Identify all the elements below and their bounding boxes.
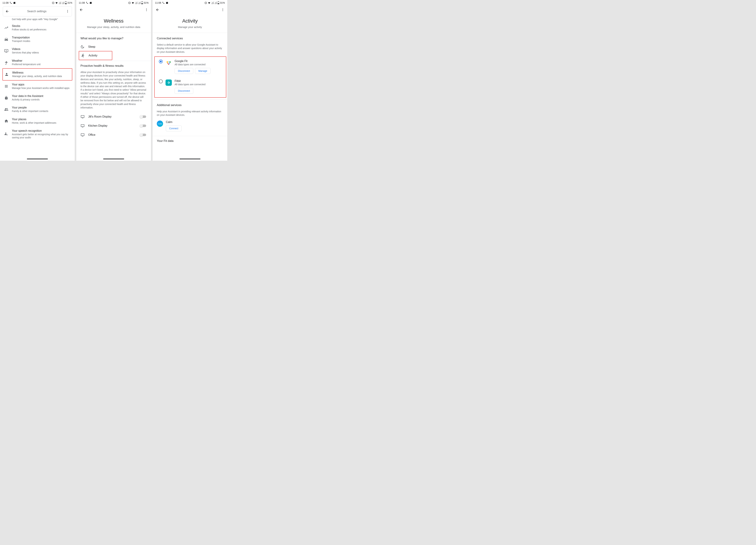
device-toggle-1[interactable]: [140, 115, 146, 118]
proactive-body: Allow your Assistant to proactively show…: [76, 69, 151, 112]
do-not-disturb-icon: [128, 2, 131, 4]
svg-point-37: [168, 81, 169, 82]
svg-point-17: [146, 9, 147, 9]
settings-item-weather[interactable]: WeatherPreferred temperature unit: [0, 57, 75, 68]
battery-icon: [218, 1, 219, 4]
battery-icon: [65, 1, 67, 4]
sim-card-icon: [89, 2, 92, 4]
status-battery-pct: 31%: [67, 1, 72, 4]
settings-item-videos[interactable]: VideosServices that play videos: [0, 45, 75, 57]
svg-point-8: [67, 11, 68, 12]
settings-item-speech[interactable]: Your speech recognitionAssistant gets be…: [0, 127, 75, 141]
additional-heading: Additional services: [153, 100, 227, 108]
status-bar: 11:08 31%: [76, 0, 151, 5]
device-row-3[interactable]: Office: [76, 130, 151, 139]
proactive-heading: Proactive health & fitness results: [76, 61, 151, 69]
sim-card-icon: [166, 2, 168, 4]
svg-point-19: [146, 10, 147, 11]
device-toggle-2[interactable]: [140, 124, 146, 127]
wifi-icon: [131, 1, 134, 4]
display-icon: [80, 115, 85, 119]
back-arrow-icon[interactable]: [155, 8, 160, 12]
svg-point-7: [67, 10, 68, 11]
wellness-option-sleep[interactable]: Sleep: [76, 41, 151, 51]
back-arrow-icon[interactable]: [79, 8, 83, 12]
wellness-option-activity[interactable]: Activity: [79, 51, 112, 60]
page-subtitle: Manage your activity: [160, 25, 220, 28]
svg-point-41: [168, 83, 169, 84]
status-battery-pct: 31%: [144, 1, 149, 4]
additional-service-calm[interactable]: Calm Calm Connect: [153, 119, 227, 136]
overflow-menu-icon[interactable]: [143, 7, 150, 13]
lock-icon: [4, 96, 8, 100]
svg-point-32: [222, 10, 223, 11]
svg-rect-5: [65, 1, 66, 2]
sim-card-icon: [13, 2, 16, 4]
device-row-1[interactable]: Jill's Room Display: [76, 112, 151, 121]
search-bar[interactable]: Search settings: [3, 6, 72, 16]
svg-point-38: [168, 82, 169, 82]
settings-item-your-people[interactable]: Your peopleFamily & other important cont…: [0, 104, 75, 115]
apps-grid-icon: [4, 84, 8, 88]
phone-call-icon: [10, 2, 12, 4]
settings-item-your-places[interactable]: Your placesHome, work & other important …: [0, 115, 75, 127]
person-icon: [5, 72, 9, 76]
trending-up-icon: [4, 26, 8, 30]
svg-point-34: [168, 82, 168, 82]
back-arrow-icon[interactable]: [5, 9, 9, 13]
nav-pill[interactable]: [103, 159, 124, 159]
disconnect-google-fit-button[interactable]: Disconnect: [175, 68, 193, 74]
nav-pill[interactable]: [179, 159, 200, 159]
settings-item-transportation[interactable]: TransportationTransport modes: [0, 34, 75, 45]
phone-call-icon: [86, 2, 88, 4]
status-battery-pct: 31%: [220, 1, 225, 4]
fitbit-icon: [166, 79, 172, 86]
search-placeholder: Search settings: [13, 10, 61, 13]
signal-bar-2-icon: [138, 2, 141, 4]
overflow-menu-icon[interactable]: [220, 7, 226, 13]
settings-item-your-apps[interactable]: Your appsManage how your Assistant works…: [0, 80, 75, 92]
page-subtitle: Manage your sleep, activity, and nutriti…: [83, 25, 144, 28]
settings-screen: 11:08 31% Search settings Get help with …: [0, 0, 75, 161]
do-not-disturb-icon: [204, 2, 207, 4]
video-icon: [4, 49, 8, 53]
additional-desc: Help your Assistant in providing relevan…: [153, 108, 227, 120]
fit-data-heading: Your Fit data: [153, 136, 227, 144]
settings-item-wellness[interactable]: WellnessManage your sleep, activity, and…: [3, 69, 72, 80]
battery-icon: [141, 1, 143, 4]
svg-point-33: [167, 82, 168, 83]
svg-rect-29: [218, 3, 219, 4]
signal-bar-2-icon: [214, 2, 217, 4]
svg-point-44: [169, 83, 170, 83]
moon-icon: [80, 45, 85, 49]
status-time: 11:08: [2, 1, 9, 4]
svg-point-30: [222, 9, 223, 9]
svg-point-35: [168, 82, 168, 83]
radio-fitbit[interactable]: [159, 79, 163, 83]
status-time: 11:08: [79, 1, 85, 4]
radio-google-fit[interactable]: [159, 60, 163, 63]
nav-pill[interactable]: [27, 159, 48, 159]
svg-point-18: [146, 9, 147, 10]
manage-google-fit-button[interactable]: Manage: [195, 68, 211, 74]
phone-call-icon: [162, 2, 165, 4]
page-title: Activity: [160, 18, 220, 24]
service-fitbit[interactable]: Fitbit All data types are connected Disc…: [155, 77, 226, 97]
device-toggle-3[interactable]: [140, 134, 146, 136]
service-google-fit[interactable]: Google Fit All data types are connected …: [155, 57, 226, 77]
disconnect-fitbit-button[interactable]: Disconnect: [175, 88, 193, 94]
wellness-screen: 11:08 31% Wellness Manage your sleep, ac…: [76, 0, 151, 161]
overflow-menu-icon[interactable]: [64, 8, 71, 14]
wifi-icon: [208, 1, 211, 4]
voice-icon: [4, 132, 8, 136]
device-row-2[interactable]: Kitchen Display: [76, 121, 151, 130]
connect-calm-button[interactable]: Connect: [166, 125, 182, 131]
wifi-icon: [55, 1, 58, 4]
settings-item-your-data[interactable]: Your data in the AssistantActivity & pri…: [0, 92, 75, 104]
umbrella-icon: [4, 60, 8, 65]
activity-screen: 11:08 31% Activity Manage your activity …: [153, 0, 227, 161]
connected-heading: Connected services: [153, 33, 227, 41]
signal-bar-icon: [211, 2, 214, 4]
settings-item-stocks[interactable]: StocksFollow stocks & set preferences: [0, 22, 75, 34]
manage-heading: What would you like to manage?: [76, 33, 151, 41]
